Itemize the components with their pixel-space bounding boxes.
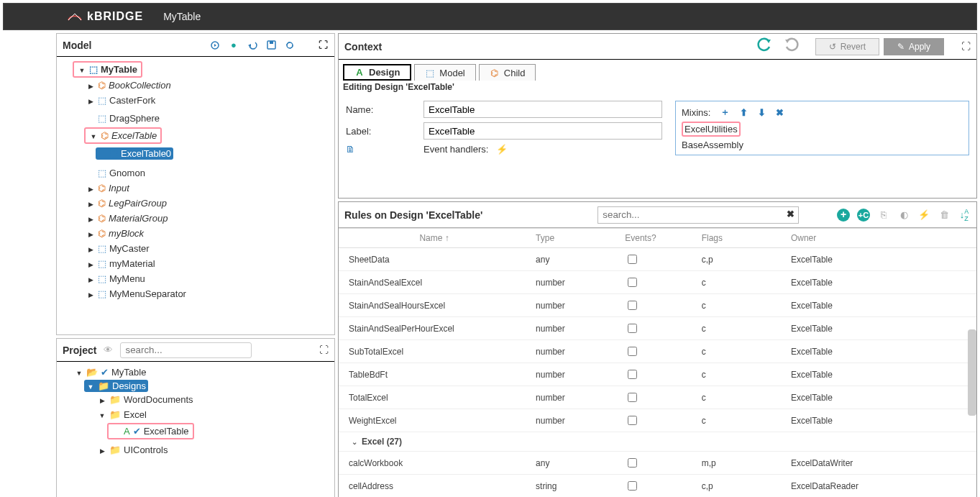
tree-item[interactable]: ⬚myMaterial <box>84 257 157 270</box>
rule-row[interactable]: SheetDataanyc,pExcelTable <box>339 248 976 271</box>
rules-grid[interactable]: Name ↑ Type Events? Flags Owner SheetDat… <box>339 228 976 497</box>
col-name[interactable]: Name ↑ <box>339 229 530 248</box>
tree-item[interactable]: ⌬ExcelTable <box>87 129 159 142</box>
toggle-icon[interactable]: ◐ <box>897 209 910 222</box>
svg-rect-4 <box>270 41 273 44</box>
play-icon[interactable] <box>209 40 221 51</box>
add-mixin-icon[interactable]: ＋ <box>720 106 730 119</box>
refresh-icon[interactable] <box>284 40 296 51</box>
col-type[interactable]: Type <box>530 229 619 248</box>
undo-icon[interactable] <box>247 40 258 51</box>
col-flags[interactable]: Flags <box>696 229 785 248</box>
tree-root[interactable]: ⬚ MyTable <box>75 63 139 76</box>
add-rule-icon[interactable]: + <box>837 209 850 222</box>
expand-icon[interactable]: ⛶ <box>319 345 329 355</box>
lightning-icon[interactable]: ⚡ <box>917 209 930 222</box>
tree-item[interactable]: ⬚DragSphere <box>84 112 162 124</box>
rule-row[interactable]: StainAndSealPerHourExcelnumbercExcelTabl… <box>339 317 976 340</box>
tab-model[interactable]: ⬚ Model <box>414 64 475 81</box>
events-checkbox[interactable] <box>628 458 637 468</box>
design-tab-icon: A <box>354 68 365 78</box>
add-child-rule-icon[interactable]: +C <box>857 209 870 222</box>
label-input[interactable] <box>423 122 662 140</box>
rule-row[interactable]: calcWorkbookanym,pExcelDataWriter <box>339 452 976 475</box>
tab-child[interactable]: ⌬ Child <box>479 64 536 81</box>
apply-button[interactable]: ✎Apply <box>884 38 944 55</box>
rule-row[interactable]: WeightExcelnumbercExcelTable <box>339 409 976 432</box>
events-checkbox[interactable] <box>628 324 637 333</box>
events-checkbox[interactable] <box>628 255 637 264</box>
copy-icon[interactable]: ⎘ <box>877 209 890 222</box>
tree-item[interactable]: ⬚MyCaster <box>84 242 152 255</box>
tree-item[interactable]: ⬚Gnomon <box>84 167 147 179</box>
events-checkbox[interactable] <box>628 416 637 425</box>
redo-icon[interactable] <box>784 37 800 55</box>
trash-icon[interactable]: 🗑 <box>938 209 951 222</box>
expand-icon[interactable]: ⛶ <box>317 40 329 51</box>
rule-row[interactable]: StainAndSealExcelnumbercExcelTable <box>339 271 976 294</box>
model-tree[interactable]: ⬚ MyTable ⌬BookCollection⬚CasterFork⬚Dra… <box>57 57 334 334</box>
rule-row[interactable]: cellAddressstringc,pExcelDataReader <box>339 475 976 498</box>
designs-folder[interactable]: 📁 Designs <box>84 380 148 392</box>
undo-icon[interactable] <box>756 37 772 55</box>
tree-item[interactable]: ⬚MyMenuSeparator <box>84 288 188 300</box>
document-icon[interactable]: 🗎 <box>346 144 418 155</box>
events-checkbox[interactable] <box>628 301 637 310</box>
org-icon: ⌬ <box>98 213 106 224</box>
col-events[interactable]: Events? <box>619 229 695 248</box>
sort-az-icon[interactable]: ↓AZ <box>958 209 971 222</box>
project-root[interactable]: 📂 ✔ MyTable <box>73 366 148 378</box>
tree-item[interactable]: ⌬myBlock <box>84 227 146 240</box>
folder-item[interactable]: 📁Excel <box>96 409 149 421</box>
rule-row[interactable]: SubTotalExcelnumbercExcelTable <box>339 340 976 363</box>
rule-row[interactable]: TableBdFtnumbercExcelTable <box>339 363 976 386</box>
rule-row[interactable]: TotalExcelnumbercExcelTable <box>339 386 976 409</box>
org-icon: ⌬ <box>98 80 106 91</box>
cube-icon: ⬚ <box>109 148 118 159</box>
context-tabs: A Design ⬚ Model ⌬ Child <box>339 60 976 81</box>
svg-marker-1 <box>214 44 216 47</box>
tree-item[interactable]: ⬚MyMenu <box>84 273 147 285</box>
mixin-item[interactable]: BaseAssembly <box>682 140 963 150</box>
expand-icon[interactable]: ⛶ <box>961 41 971 52</box>
name-input[interactable] <box>423 101 662 118</box>
events-checkbox[interactable] <box>628 370 637 379</box>
project-tree[interactable]: 📂 ✔ MyTable 📁 Designs 📁 <box>57 362 334 497</box>
tree-item[interactable]: ⬚ExcelTable0 <box>96 147 173 160</box>
tree-item[interactable]: ⬚CasterFork <box>84 94 157 106</box>
rule-group-row[interactable]: ⌄Excel (27) <box>339 432 976 452</box>
context-panel-title: Context <box>344 41 382 53</box>
dot-icon[interactable]: ● <box>228 40 239 51</box>
visibility-icon[interactable]: 👁 <box>104 345 113 355</box>
revert-button[interactable]: ↺Revert <box>815 38 879 55</box>
move-up-icon[interactable]: ⬆ <box>740 107 748 118</box>
lightning-icon[interactable]: ⚡ <box>496 144 508 155</box>
save-icon[interactable] <box>265 40 277 51</box>
clear-search-icon[interactable]: ✖ <box>787 209 794 219</box>
mixin-item[interactable]: ExcelUtilities <box>682 122 963 137</box>
editing-design-label: Editing Design 'ExcelTable' <box>339 81 976 94</box>
tree-item[interactable]: ⌬LegPairGroup <box>84 197 169 209</box>
scrollbar-thumb[interactable] <box>968 329 976 416</box>
svg-text:+C: +C <box>858 211 869 219</box>
project-search-input[interactable] <box>120 342 252 358</box>
check-circle-icon: ✔ <box>101 367 109 378</box>
rules-search-input[interactable] <box>597 206 799 224</box>
folder-item[interactable]: 📁UIControls <box>96 444 170 456</box>
context-panel: Context ↺Revert ✎Apply ⛶ A Design ⬚ Mode… <box>338 33 977 199</box>
folder-item[interactable]: 📁WordDocuments <box>96 393 196 406</box>
tree-item[interactable]: ⌬MaterialGroup <box>84 212 170 224</box>
events-checkbox[interactable] <box>628 347 637 356</box>
tab-design[interactable]: A Design <box>343 64 411 81</box>
svg-text:+: + <box>841 209 846 220</box>
tree-item[interactable]: ⌬Input <box>84 182 132 194</box>
remove-mixin-icon[interactable]: ✖ <box>776 107 784 118</box>
events-checkbox[interactable] <box>628 278 637 287</box>
events-checkbox[interactable] <box>628 481 637 491</box>
col-owner[interactable]: Owner <box>785 229 976 248</box>
rule-row[interactable]: StainAndSealHoursExcelnumbercExcelTable <box>339 294 976 317</box>
design-item[interactable]: A ✔ ExcelTable <box>110 425 191 437</box>
events-checkbox[interactable] <box>628 393 637 402</box>
move-down-icon[interactable]: ⬇ <box>758 107 766 118</box>
tree-item[interactable]: ⌬BookCollection <box>84 79 173 91</box>
